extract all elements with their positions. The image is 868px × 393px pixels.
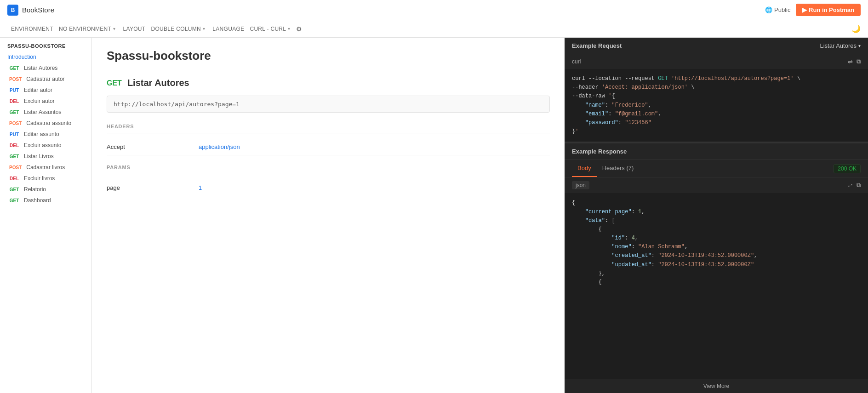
example-request-selector[interactable]: Listar Autores ▾ [820, 42, 861, 49]
run-in-postman-button[interactable]: ▶ Run in Postman [796, 4, 861, 16]
method-badge-post2: POST [7, 120, 23, 126]
sidebar-item-label: Cadastrar livros [26, 164, 65, 171]
response-format-button[interactable]: ⇌ [848, 182, 853, 189]
header-row-accept: Accept application/json [107, 139, 550, 155]
resp-line-10: { [572, 278, 861, 287]
param-name-page: page [107, 184, 199, 191]
status-badge: 200 OK [834, 164, 861, 173]
sidebar-item-label: Excluir autor [24, 98, 55, 104]
sidebar-item-label: Relatorio [24, 186, 46, 193]
sidebar-item-relatorio[interactable]: GET Relatorio [0, 184, 91, 195]
language-chevron-icon: ▾ [288, 26, 290, 31]
dark-mode-icon[interactable]: 🌙 [851, 24, 861, 33]
response-copy-button[interactable]: ⧉ [857, 182, 861, 189]
tab-body[interactable]: Body [572, 160, 597, 177]
param-row-page: page 1 [107, 180, 550, 196]
method-badge-del2: DEL [7, 142, 21, 148]
public-button[interactable]: 🌐 Public [765, 6, 790, 13]
endpoint-header: GET Listar Autores [107, 78, 550, 88]
method-badge-del3: DEL [7, 176, 21, 182]
resp-line-5: "id": 4, [572, 234, 861, 243]
sidebar-item-introduction[interactable]: Introduction [0, 51, 91, 63]
method-badge-post3: POST [7, 165, 23, 171]
sidebar-item-label: Listar Assuntos [24, 109, 61, 115]
method-badge-get5: GET [7, 198, 21, 204]
sidebar-item-cadastrar-autor[interactable]: POST Cadastrar autor [0, 74, 91, 85]
tab-headers[interactable]: Headers (7) [597, 160, 640, 177]
sidebar-item-excluir-assunto[interactable]: DEL Excluir assunto [0, 140, 91, 151]
method-badge-post: POST [7, 76, 23, 82]
sidebar-item-excluir-autor[interactable]: DEL Excluir autor [0, 96, 91, 107]
curl-label: cURL - cURL [250, 26, 286, 32]
sidebar-item-label: Editar autor [24, 87, 52, 93]
header-value-accept: application/json [199, 143, 240, 150]
sidebar-item-label: Listar Livros [24, 153, 54, 159]
sidebar-item-listar-autores[interactable]: GET Listar Autores [0, 63, 91, 74]
sidebar-item-listar-assuntos[interactable]: GET Listar Assuntos [0, 107, 91, 118]
main-layout: SPASSU-BOOKSTORE Introduction GET Listar… [0, 38, 868, 393]
sidebar-item-cadastrar-livros[interactable]: POST Cadastrar livros [0, 162, 91, 173]
response-code-actions: ⇌ ⧉ [848, 182, 861, 189]
code-line-2: --header 'Accept: application/json' \ [572, 83, 861, 92]
layout-selector[interactable]: LAYOUT Double Column ▾ [120, 26, 209, 32]
code-line-1: curl --location --request GET 'http://lo… [572, 74, 861, 83]
example-request-header: Example Request Listar Autores ▾ [565, 38, 868, 54]
url-bar: http://localhost/api/autores?page=1 [107, 96, 550, 113]
method-badge-get4: GET [7, 187, 21, 193]
endpoint-method: GET [107, 79, 122, 87]
method-badge-put: PUT [7, 87, 21, 93]
language-label: LANGUAGE [212, 26, 244, 32]
response-code-block: { "current_page": 1, "data": [ { "id": 4… [565, 193, 868, 379]
sidebar-item-listar-livros[interactable]: GET Listar Livros [0, 151, 91, 162]
resp-line-1: { [572, 199, 861, 207]
header-name-accept: Accept [107, 143, 199, 150]
resp-line-7: "created_at": "2024-10-13T19:43:52.00000… [572, 251, 861, 260]
sidebar-item-excluir-livros[interactable]: DEL Excluir livros [0, 173, 91, 184]
layout-label: LAYOUT [123, 26, 146, 32]
request-code-toolbar: curl ⇌ ⧉ [565, 54, 868, 69]
content-area: Spassu-bookstore GET Listar Autores http… [92, 38, 565, 393]
response-code-toolbar: json ⇌ ⧉ [565, 177, 868, 193]
example-request-title: Example Request [572, 42, 622, 49]
settings-icon[interactable]: ⚙ [296, 25, 302, 33]
endpoint-name: Listar Autores [127, 78, 189, 88]
copy-code-button[interactable]: ⧉ [857, 58, 861, 65]
example-request: Example Request Listar Autores ▾ curl ⇌ … [565, 38, 868, 142]
toolbar: ENVIRONMENT No Environment ▾ LAYOUT Doub… [0, 20, 868, 38]
headers-heading: HEADERS [107, 124, 550, 133]
params-heading: PARAMS [107, 165, 550, 174]
environment-chevron-icon: ▾ [113, 26, 115, 31]
example-response-title: Example Response [572, 148, 627, 155]
sidebar: SPASSU-BOOKSTORE Introduction GET Listar… [0, 38, 92, 393]
method-badge-del: DEL [7, 98, 21, 104]
view-more-button[interactable]: View More [565, 379, 868, 393]
selector-chevron-icon: ▾ [858, 43, 861, 48]
layout-chevron-icon: ▾ [203, 26, 205, 31]
sidebar-item-label: Excluir livros [24, 175, 55, 182]
code-line-3: --data-raw '{ [572, 92, 861, 101]
method-badge-get2: GET [7, 109, 21, 115]
sidebar-item-label: Dashboard [24, 197, 51, 204]
sidebar-item-label: Cadastrar assunto [26, 120, 71, 126]
app-title: BookStore [22, 6, 54, 14]
environment-selector[interactable]: ENVIRONMENT No Environment ▾ [7, 26, 120, 32]
run-button-label: ▶ Run in Postman [802, 6, 854, 13]
globe-icon: 🌐 [765, 6, 772, 13]
sidebar-item-dashboard[interactable]: GET Dashboard [0, 195, 91, 206]
sidebar-item-cadastrar-assunto[interactable]: POST Cadastrar assunto [0, 118, 91, 129]
top-nav-right: 🌐 Public ▶ Run in Postman [765, 4, 861, 16]
request-code-block: curl --location --request GET 'http://lo… [565, 69, 868, 142]
app-icon-text: B [11, 7, 15, 13]
page-title: Spassu-bookstore [107, 49, 550, 63]
code-line-6: "password": "123456" [572, 119, 861, 127]
response-tabs: Body Headers (7) 200 OK [565, 160, 868, 177]
sidebar-item-editar-autor[interactable]: PUT Editar autor [0, 85, 91, 96]
sidebar-item-editar-assunto[interactable]: PUT Editar assunto [0, 129, 91, 140]
resp-line-9: }, [572, 269, 861, 278]
code-line-4: "name": "Frederico", [572, 101, 861, 110]
sidebar-section-title: SPASSU-BOOKSTORE [0, 38, 91, 51]
format-code-button[interactable]: ⇌ [848, 58, 853, 65]
code-line-5: "email": "f@gmail.com", [572, 110, 861, 119]
language-selector[interactable]: LANGUAGE cURL - cURL ▾ [209, 26, 294, 32]
code-line-7: }' [572, 127, 861, 136]
